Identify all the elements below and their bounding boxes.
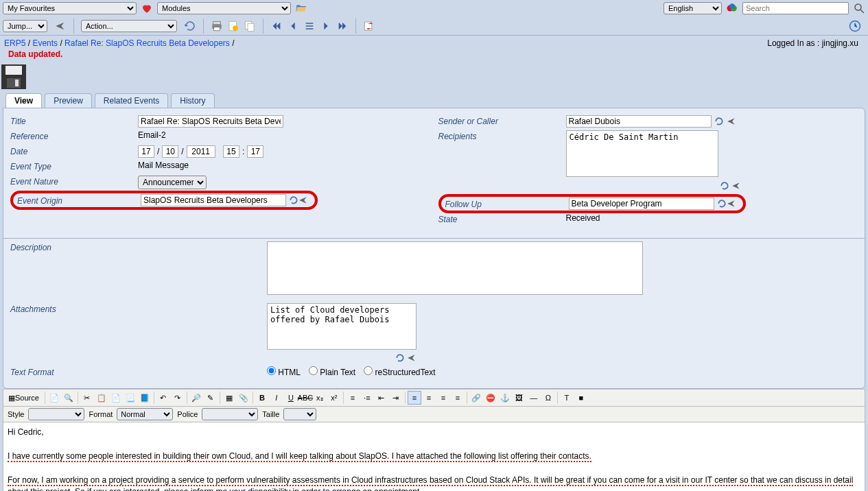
date-month[interactable] [162,145,178,158]
refresh-small-icon[interactable] [714,117,724,126]
breadcrumb-doc[interactable]: Rafael Re: SlapOS Recruits Beta Develope… [64,38,230,48]
ck-replace-icon[interactable]: ✎ [204,391,218,405]
ck-paste-icon[interactable]: 📄 [109,391,123,405]
language-icon[interactable] [726,2,738,14]
refresh-small-icon[interactable] [720,181,729,191]
recipients-field[interactable]: Cédric De Saint Martin [566,130,718,177]
tab-preview[interactable]: Preview [45,93,92,108]
list-icon[interactable] [303,20,316,32]
clock-icon[interactable] [849,20,861,32]
exchange-icon[interactable] [363,20,375,32]
ck-special-icon[interactable]: Ω [541,391,555,405]
refresh-small-icon[interactable] [717,199,727,208]
folder-open-icon[interactable] [295,2,307,14]
ck-redo-icon[interactable]: ↷ [171,391,185,405]
ck-italic-icon[interactable]: I [270,391,283,405]
ck-outdent-icon[interactable]: ⇤ [375,391,388,405]
search-icon[interactable] [853,2,865,14]
ck-align-justify-icon[interactable]: ≡ [451,391,465,405]
refresh-small-icon[interactable] [289,195,298,205]
ck-bold-icon[interactable]: B [255,391,269,405]
date-min[interactable] [247,145,263,158]
ck-sup-icon[interactable]: x² [327,391,341,405]
jump-dropdown[interactable]: Jump... [3,20,47,32]
ck-image-icon[interactable]: 🖼 [513,391,526,405]
last-icon[interactable] [336,20,349,32]
radio-plain[interactable]: Plain Text [309,366,355,377]
ck-indent-icon[interactable]: ⇥ [389,391,403,405]
ck-unlink-icon[interactable]: ⛔ [484,391,497,405]
radio-html[interactable]: HTML [267,366,301,377]
event-nature-select[interactable]: Announcement [138,176,207,189]
print-icon[interactable] [211,20,223,32]
refresh-icon[interactable] [184,20,196,32]
plane-small-icon[interactable] [731,181,741,191]
ck-find-icon[interactable]: 🔎 [189,391,203,405]
refresh-small-icon[interactable] [395,353,405,363]
tab-related-events[interactable]: Related Events [95,93,168,108]
breadcrumb-events[interactable]: Events [32,38,58,48]
ck-align-right-icon[interactable]: ≡ [436,391,450,405]
sender-field[interactable] [566,115,712,128]
ck-strike-icon[interactable]: ABC [298,391,312,405]
ck-paste-text-icon[interactable]: 📃 [124,391,137,405]
ck-style-select[interactable] [28,408,84,420]
search-input[interactable] [742,2,849,14]
action-dropdown[interactable]: Action... [81,20,177,32]
ck-taille-select[interactable] [283,408,316,420]
editor-body[interactable]: Hi Cedric, I have currently some people … [3,422,865,491]
tab-view[interactable]: View [5,93,42,108]
next-icon[interactable] [320,20,332,32]
svg-rect-17 [15,80,19,86]
ck-hr-icon[interactable]: — [527,391,541,405]
attachments-field[interactable]: List of Cloud developers offered by Rafa… [267,303,417,350]
ck-copy-icon[interactable]: 📋 [95,391,108,405]
plane-small-icon[interactable] [407,353,417,363]
plane-small-icon[interactable] [727,117,736,126]
event-origin-field[interactable] [141,194,286,206]
ck-align-center-icon[interactable]: ≡ [422,391,436,405]
description-field[interactable] [267,241,643,295]
ck-attach-icon[interactable]: 📎 [237,391,250,405]
ck-police-select[interactable] [202,408,258,420]
plane-small-icon[interactable] [298,195,308,205]
ck-undo-icon[interactable]: ↶ [156,391,170,405]
ck-anchor-icon[interactable]: ⚓ [498,391,512,405]
ck-ul-icon[interactable]: ∙≡ [360,391,374,405]
ck-newpage-icon[interactable]: 📄 [47,391,61,405]
follow-up-field[interactable] [569,197,714,210]
language-dropdown[interactable]: English [664,2,722,14]
ck-preview-icon[interactable]: 🔍 [62,391,75,405]
new-doc-icon[interactable] [227,20,239,32]
ck-format-select[interactable]: Normal [117,408,173,420]
heart-icon[interactable] [141,2,153,14]
save-button[interactable] [0,63,854,91]
ck-link-icon[interactable]: 🔗 [469,391,483,405]
ck-paste-word-icon[interactable]: 📘 [138,391,152,405]
ck-underline-icon[interactable]: U [284,391,298,405]
plane-icon[interactable] [54,20,67,32]
tab-history[interactable]: History [171,93,214,108]
date-year[interactable] [187,145,215,158]
ck-table-icon[interactable]: ▦ [222,391,236,405]
ck-source[interactable]: ▦ Source [5,391,43,405]
prev-icon[interactable] [287,20,299,32]
date-day[interactable] [138,145,154,158]
date-hour[interactable] [223,145,239,158]
body-line2: I have currently some people interested … [8,451,591,462]
ck-bgcolor-icon[interactable]: ■ [574,391,588,405]
svg-point-2 [729,3,735,9]
modules-dropdown[interactable]: Modules [157,2,291,14]
ck-textcolor-icon[interactable]: T [560,391,574,405]
copy-doc-icon[interactable] [244,20,256,32]
radio-rst[interactable]: reStructuredText [364,366,435,377]
title-field[interactable] [138,115,283,128]
ck-cut-icon[interactable]: ✂ [80,391,94,405]
ck-align-left-icon[interactable]: ≡ [408,391,421,405]
ck-sub-icon[interactable]: x₂ [313,391,327,405]
ck-ol-icon[interactable]: ≡ [346,391,360,405]
first-icon[interactable] [270,20,283,32]
favorites-dropdown[interactable]: My Favourites [3,2,137,14]
plane-small-icon[interactable] [727,199,736,208]
breadcrumb-erp5[interactable]: ERP5 [4,38,25,48]
